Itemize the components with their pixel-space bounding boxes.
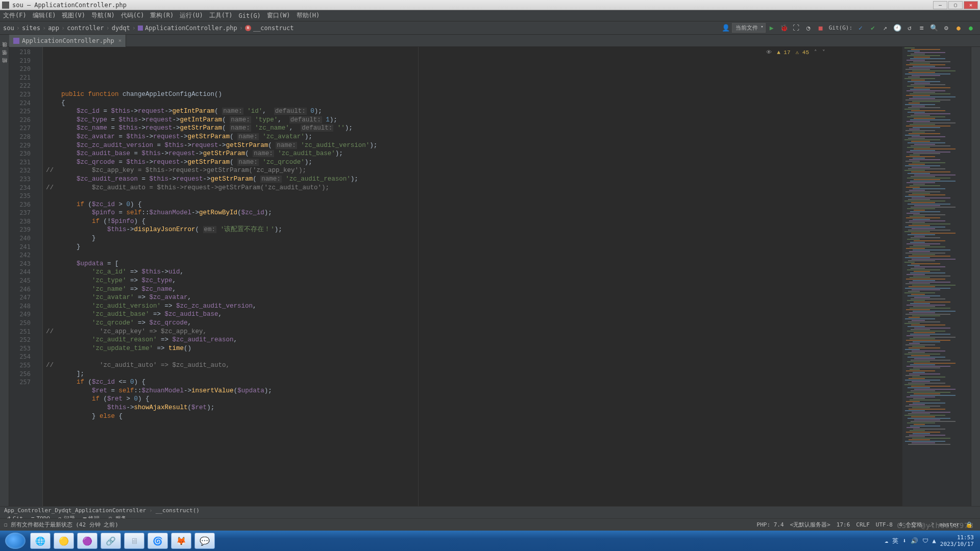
weak-warnings-badge[interactable]: ⚠ 45 [796, 48, 809, 57]
search-icon[interactable]: 🔍 [928, 22, 940, 34]
editor-tab-bar: ApplicationController.php × [0, 35, 980, 47]
breadcrumb-item[interactable]: __construct [253, 24, 293, 32]
left-tool-strip: 项目 书签 结构 [0, 47, 9, 506]
minimap[interactable] [902, 47, 971, 506]
server-chip[interactable]: <无默认服务器> [790, 521, 830, 529]
breadcrumb-item[interactable]: ApplicationController.php [145, 24, 237, 32]
commit-icon[interactable]: ✔ [867, 22, 878, 34]
line-gutter[interactable]: 2182192202212222232242252262272282292302… [9, 47, 36, 506]
ide-badge-icon[interactable]: ● [953, 22, 964, 34]
editor-tab[interactable]: ApplicationController.php × [9, 35, 126, 47]
breadcrumb: sou› sites› app› controller› dydqt› Appl… [3, 24, 293, 32]
app-icon [2, 2, 9, 9]
maximize-button[interactable]: ▢ [948, 1, 963, 9]
menu-bar: 文件(F) 编辑(E) 视图(V) 导航(N) 代码(C) 重构(R) 运行(U… [0, 10, 980, 21]
status-bar: ☐ 所有文件都处于最新状态 (42 分钟 之前) PHP: 7.4 <无默认服务… [0, 518, 980, 531]
fold-column[interactable] [36, 47, 43, 506]
editor: 2182192202212222232242252262272282292302… [9, 47, 971, 506]
php-version[interactable]: PHP: 7.4 [757, 521, 784, 528]
git-label: Git(G): [829, 24, 852, 31]
os-titlebar: sou – ApplicationController.php — ▢ ✕ [0, 0, 980, 10]
settings-icon[interactable]: ⚙ [941, 22, 952, 34]
close-button[interactable]: ✕ [964, 1, 978, 9]
right-tool-strip [971, 47, 980, 506]
menu-run[interactable]: 运行(U) [180, 11, 203, 20]
run-config-select[interactable]: 当前文件 [732, 23, 766, 33]
structure-icon[interactable]: ≡ [916, 22, 927, 34]
php-file-icon [13, 38, 19, 44]
class-crumb[interactable]: App_Controller_Dydqt_ApplicationControll… [4, 507, 146, 514]
update-project-icon[interactable]: ✓ [855, 22, 866, 34]
add-user-icon[interactable]: 👤 [720, 22, 731, 34]
window-title: sou – ApplicationController.php [12, 2, 127, 9]
menu-code[interactable]: 代码(C) [121, 11, 144, 20]
menu-navigate[interactable]: 导航(N) [91, 11, 115, 20]
close-tab-icon[interactable]: × [118, 37, 122, 44]
line-ending[interactable]: CRLF [856, 521, 870, 528]
caret-position[interactable]: 17:6 [837, 521, 850, 528]
menu-view[interactable]: 视图(V) [62, 11, 85, 20]
menu-git[interactable]: Git(G) [239, 12, 261, 19]
vcs-status: 所有文件都处于最新状态 (42 分钟 之前) [11, 521, 118, 529]
reader-mode-icon[interactable]: 👁 [766, 48, 772, 57]
menu-help[interactable]: 帮助(H) [297, 11, 320, 20]
menu-edit[interactable]: 编辑(E) [33, 11, 56, 20]
run-icon[interactable]: ▶ [766, 22, 777, 34]
encoding[interactable]: UTF-8 [876, 521, 893, 528]
watermark: CSDN @ylhd898978 [897, 521, 974, 530]
inspection-hud[interactable]: 👁 ▲ 17 ⚠ 45 ˄ ˅ [766, 48, 825, 57]
php-file-icon [138, 26, 143, 31]
debug-icon[interactable]: 🐞 [778, 22, 790, 34]
method-crumb[interactable]: __construct() [156, 507, 200, 514]
push-icon[interactable]: ↗ [879, 22, 891, 34]
warnings-badge[interactable]: ▲ 17 [777, 48, 790, 57]
stop-icon[interactable]: ■ [815, 22, 826, 34]
history-icon[interactable]: 🕘 [892, 22, 903, 34]
minimize-button[interactable]: — [933, 1, 947, 9]
breadcrumb-item[interactable]: sites [22, 24, 40, 32]
method-icon: m [245, 25, 251, 31]
tab-label: ApplicationController.php [22, 37, 114, 44]
menu-file[interactable]: 文件(F) [3, 11, 27, 20]
ide-status-icon[interactable]: ● [965, 22, 976, 34]
breadcrumb-item[interactable]: controller [67, 24, 104, 32]
breadcrumb-item[interactable]: sou [3, 24, 14, 32]
right-margin-ruler [418, 47, 419, 506]
nav-bar: sou› sites› app› controller› dydqt› Appl… [0, 21, 980, 35]
menu-tools[interactable]: 工具(T) [209, 11, 233, 20]
menu-window[interactable]: 窗口(W) [267, 11, 290, 20]
editor-breadcrumb-bar: App_Controller_Dydqt_ApplicationControll… [0, 506, 980, 514]
code-area[interactable]: 👁 ▲ 17 ⚠ 45 ˄ ˅ public function changeAp… [43, 47, 902, 506]
menu-refactor[interactable]: 重构(R) [150, 11, 174, 20]
breadcrumb-item[interactable]: app [48, 24, 59, 32]
coverage-icon[interactable]: ⛶ [791, 22, 802, 34]
rollback-icon[interactable]: ↺ [904, 22, 915, 34]
prev-highlight-icon[interactable]: ˄ [814, 48, 817, 57]
profile-icon[interactable]: ◔ [803, 22, 814, 34]
breadcrumb-item[interactable]: dydqt [112, 24, 130, 32]
next-highlight-icon[interactable]: ˅ [822, 48, 825, 57]
